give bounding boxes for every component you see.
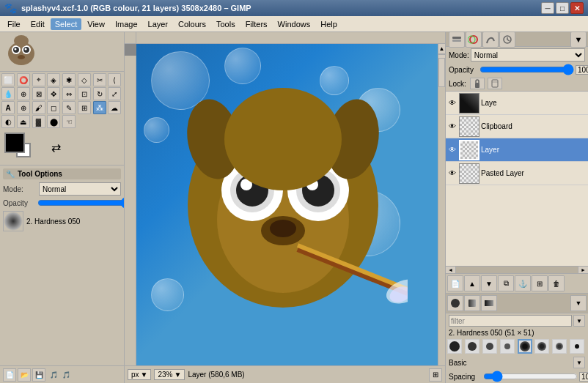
delete-layer-btn[interactable]: 🗑 — [548, 275, 565, 291]
layers-mode-select[interactable]: Normal Multiply — [471, 48, 585, 62]
merge-layer-btn[interactable]: ⊞ — [532, 275, 548, 291]
spacing-slider[interactable] — [483, 371, 578, 382]
raise-layer-btn[interactable]: ▲ — [464, 275, 480, 291]
tool-hand[interactable]: ☜ — [62, 115, 76, 128]
tool-text[interactable]: A — [1, 101, 15, 114]
channels-icon-btn[interactable] — [466, 32, 482, 48]
layers-icon-btn[interactable] — [449, 32, 465, 48]
tool-align[interactable]: ⇔ — [62, 87, 76, 100]
layer-item-clipboard[interactable]: 👁 Clipboard — [446, 115, 588, 138]
layers-opacity-slider[interactable] — [479, 64, 574, 75]
open-image-btn[interactable]: 📂 — [18, 368, 31, 382]
save-image-btn[interactable]: 💾 — [32, 368, 45, 382]
tool-move[interactable]: ✥ — [47, 87, 60, 100]
layer-item-pasted[interactable]: 👁 Pasted Layer — [446, 162, 588, 185]
tool-color-picker[interactable]: 💧 — [1, 87, 15, 100]
close-button[interactable]: ✕ — [570, 2, 584, 14]
brush-cell-1[interactable] — [447, 339, 462, 354]
tool-pencil[interactable]: ✎ — [62, 101, 76, 114]
panel-menu-btn[interactable]: ▼ — [570, 32, 587, 48]
brush-cell-2[interactable] — [465, 339, 479, 354]
menu-view[interactable]: View — [83, 18, 109, 30]
brush-panel-icon2[interactable] — [464, 295, 480, 311]
brush-cell-6[interactable] — [534, 339, 549, 354]
brush-panel-icon3[interactable] — [481, 295, 497, 311]
brush-cell-7[interactable] — [552, 339, 567, 354]
brush-cell-4[interactable] — [500, 339, 515, 354]
tag-dropdown[interactable]: ▼ — [573, 357, 585, 368]
brush-filter-input[interactable] — [449, 315, 572, 327]
layer-eye-pasted[interactable]: 👁 — [447, 168, 457, 179]
minimize-button[interactable]: ─ — [541, 2, 554, 14]
layers-scroll-left[interactable]: ◄ — [446, 267, 456, 273]
brush-panel-icon1[interactable] — [447, 295, 463, 311]
tool-scissors[interactable]: ✂ — [93, 73, 106, 86]
menu-select[interactable]: Select — [51, 18, 82, 30]
brush-cell-5[interactable] — [518, 339, 532, 354]
filter-arrow[interactable]: ▼ — [573, 315, 585, 327]
layer-eye-clipboard[interactable]: 👁 — [447, 122, 457, 132]
brush-panel-menu[interactable]: ▼ — [570, 295, 587, 311]
canvas-viewport[interactable] — [136, 44, 438, 373]
new-image-btn[interactable]: 📄 — [3, 368, 16, 382]
tool-paintbrush[interactable]: 🖌 — [32, 101, 45, 114]
tool-rotate[interactable]: ↻ — [93, 87, 106, 100]
tool-foreground-select[interactable]: ◈ — [47, 73, 60, 86]
zoom-selector[interactable]: 23% ▼ — [154, 369, 185, 380]
tool-ink[interactable]: ⬤ — [47, 115, 60, 128]
menu-file[interactable]: File — [3, 18, 25, 30]
tool-smudge[interactable]: ☁ — [108, 101, 121, 114]
tool-measure[interactable]: ⊠ — [32, 87, 45, 100]
menu-tools[interactable]: Tools — [212, 18, 240, 30]
lock-alpha-btn[interactable] — [488, 78, 502, 89]
layer-item-main[interactable]: 👁 Layer — [446, 138, 588, 162]
tool-fuzzy-select[interactable]: ✱ — [62, 73, 76, 86]
menu-image[interactable]: Image — [111, 18, 142, 30]
menu-windows[interactable]: Windows — [273, 18, 315, 30]
layer-item-1[interactable]: 👁 Laye — [446, 92, 588, 115]
tool-eraser[interactable]: ◻ — [47, 101, 60, 114]
maximize-button[interactable]: □ — [556, 2, 569, 14]
menu-filters[interactable]: Filters — [241, 18, 272, 30]
paths-icon-btn[interactable] — [482, 32, 499, 48]
new-layer-btn[interactable]: 📄 — [447, 275, 463, 291]
menu-help[interactable]: Help — [316, 18, 342, 30]
tool-color-select[interactable]: ◇ — [78, 73, 91, 86]
mode-select[interactable]: Normal Multiply Screen — [39, 182, 121, 196]
zoom-fit-btn[interactable]: ⊞ — [429, 368, 442, 382]
anchor-layer-btn[interactable]: ⚓ — [515, 275, 531, 291]
vertical-scrollbar[interactable]: ▲ ▼ — [438, 44, 445, 373]
tool-rect-select[interactable]: ⬜ — [1, 73, 15, 86]
swap-colors-btn[interactable]: ⇄ — [51, 141, 61, 155]
brush-thumbnail[interactable] — [3, 211, 23, 231]
opacity-slider[interactable] — [37, 198, 125, 208]
tool-free-select[interactable]: ⌖ — [32, 73, 45, 86]
scroll-up-btn[interactable]: ▲ — [438, 44, 445, 54]
tool-airbrush[interactable]: ⁂ — [93, 101, 106, 114]
menu-colours[interactable]: Colours — [174, 18, 210, 30]
tool-heal[interactable]: ⊞ — [78, 101, 91, 114]
brush-cell-8[interactable] — [570, 339, 584, 354]
tool-paths[interactable]: ⟨ — [108, 73, 121, 86]
tool-crop[interactable]: ⊡ — [78, 87, 91, 100]
menu-layer[interactable]: Layer — [144, 18, 173, 30]
lock-pixels-btn[interactable] — [470, 78, 485, 89]
tool-bucket-fill[interactable]: ⏏ — [17, 115, 30, 128]
layer-eye-main[interactable]: 👁 — [447, 145, 457, 155]
layers-hscroll[interactable]: ◄ ► — [446, 266, 588, 273]
layers-scroll-right[interactable]: ► — [578, 267, 588, 273]
history-icon-btn[interactable] — [499, 32, 515, 48]
lower-layer-btn[interactable]: ▼ — [481, 275, 497, 291]
tool-clone[interactable]: ⊕ — [17, 101, 30, 114]
menu-edit[interactable]: Edit — [26, 18, 49, 30]
tool-dodge-burn[interactable]: ◐ — [1, 115, 15, 128]
vscroll-thumb[interactable] — [438, 58, 445, 87]
tool-ellipse-select[interactable]: ⭕ — [17, 73, 30, 86]
unit-selector[interactable]: px ▼ — [128, 369, 151, 380]
duplicate-layer-btn[interactable]: ⧉ — [498, 275, 514, 291]
layers-scroll-track[interactable] — [456, 267, 578, 273]
foreground-color[interactable] — [4, 133, 25, 153]
tool-scale[interactable]: ⤢ — [108, 87, 121, 100]
brush-cell-3[interactable] — [482, 339, 497, 354]
layer-eye-1[interactable]: 👁 — [447, 98, 457, 108]
